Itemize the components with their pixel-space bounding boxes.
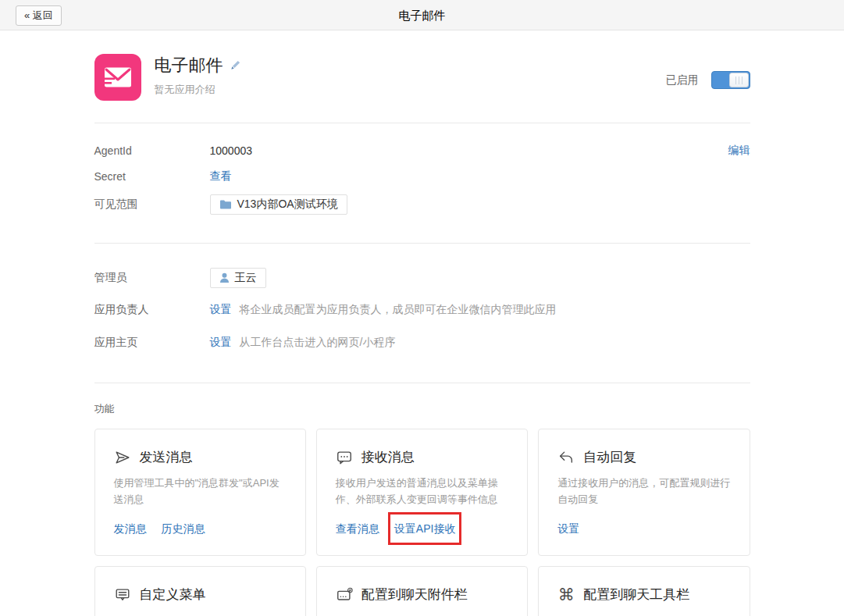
app-homepage-row: 应用主页 设置 从工作台点击进入的网页/小程序 — [94, 336, 750, 350]
history-message-link[interactable]: 历史消息 — [162, 522, 205, 536]
app-name: 电子邮件 — [155, 54, 223, 77]
app-owner-label: 应用负责人 — [94, 303, 210, 317]
feature-cards-row-1: 发送消息 使用管理工具中的"消息群发"或API发送消息 发消息 历史消息 — [94, 429, 750, 556]
card-title: 配置到聊天附件栏 — [361, 586, 468, 604]
app-header: 电子邮件 暂无应用介绍 已启用 — [94, 30, 750, 101]
receive-message-icon — [336, 449, 353, 466]
back-button[interactable]: « 返回 — [16, 5, 62, 26]
auto-reply-icon — [557, 449, 575, 466]
scope-tag-label: V13内部OA测试环境 — [237, 198, 338, 212]
view-message-link[interactable]: 查看消息 — [336, 522, 379, 536]
app-homepage-description: 从工作台点击进入的网页/小程序 — [240, 336, 396, 350]
agentid-value: 1000003 — [210, 144, 253, 157]
visible-scope-label: 可见范围 — [94, 198, 210, 212]
edit-link[interactable]: 编辑 — [728, 144, 750, 158]
card-description: 通过接收用户的消息，可配置规则进行自动回复 — [557, 475, 730, 507]
toggle-knob — [729, 73, 749, 87]
status-area: 已启用 — [666, 71, 750, 89]
enable-toggle[interactable] — [711, 71, 750, 89]
card-title: 自动回复 — [583, 448, 636, 466]
status-label: 已启用 — [666, 73, 699, 87]
app-logo-mail-icon — [94, 54, 141, 101]
card-chat-attachment-bar: 配置到聊天附件栏 — [316, 566, 528, 616]
app-owner-row: 应用负责人 设置 将企业成员配置为应用负责人，成员即可在企业微信内管理此应用 — [94, 303, 750, 317]
admin-tag[interactable]: 王云 — [210, 268, 266, 288]
admin-label: 管理员 — [94, 271, 210, 285]
person-icon — [219, 272, 230, 283]
send-message-link[interactable]: 发消息 — [114, 522, 147, 536]
divider — [94, 383, 750, 383]
chat-attachment-bar-icon — [336, 586, 353, 604]
custom-menu-icon — [114, 586, 131, 604]
secret-row: Secret 查看 — [94, 169, 750, 183]
agentid-label: AgentId — [94, 144, 210, 157]
card-auto-reply: 自动回复 通过接收用户的消息，可配置规则进行自动回复 设置 — [538, 429, 750, 556]
secret-view-link[interactable]: 查看 — [210, 169, 232, 183]
divider — [94, 243, 750, 244]
app-owner-set-link[interactable]: 设置 — [210, 303, 232, 317]
card-title: 配置到聊天工具栏 — [583, 586, 689, 604]
card-title: 接收消息 — [361, 448, 415, 466]
admin-row: 管理员 王云 — [94, 268, 750, 288]
card-description: 使用管理工具中的"消息群发"或API发送消息 — [114, 475, 287, 507]
card-send-message: 发送消息 使用管理工具中的"消息群发"或API发送消息 发消息 历史消息 — [94, 429, 306, 556]
card-description: 接收用户发送的普通消息以及菜单操作、外部联系人变更回调等事件信息 — [336, 475, 508, 507]
secret-label: Secret — [94, 170, 210, 183]
set-api-receive-link[interactable]: 设置API接收 — [394, 522, 456, 535]
features-section-label: 功能 — [94, 402, 750, 416]
top-bar: « 返回 电子邮件 — [0, 0, 844, 30]
edit-name-pencil-icon[interactable] — [230, 59, 241, 74]
auto-reply-set-link[interactable]: 设置 — [557, 522, 579, 536]
folder-icon — [219, 199, 232, 210]
card-chat-toolbar: ⌘ 配置到聊天工具栏 — [538, 566, 750, 616]
feature-cards-row-2: 自定义菜单 配置到聊天附件栏 — [94, 566, 750, 616]
scope-tag[interactable]: V13内部OA测试环境 — [210, 194, 347, 215]
api-receive-highlight-box: 设置API接收 — [394, 522, 456, 536]
agentid-row: AgentId 1000003 编辑 — [94, 144, 750, 158]
chat-toolbar-icon: ⌘ — [557, 586, 575, 604]
card-custom-menu: 自定义菜单 — [94, 566, 306, 616]
app-owner-description: 将企业成员配置为应用负责人，成员即可在企业微信内管理此应用 — [240, 303, 557, 317]
divider — [94, 123, 750, 123]
app-description: 暂无应用介绍 — [155, 83, 241, 97]
send-icon — [114, 449, 131, 466]
app-homepage-set-link[interactable]: 设置 — [210, 336, 232, 350]
app-meta: 电子邮件 暂无应用介绍 — [155, 54, 241, 97]
visible-scope-row: 可见范围 V13内部OA测试环境 — [94, 194, 750, 215]
app-homepage-label: 应用主页 — [94, 336, 210, 350]
card-title: 发送消息 — [140, 448, 193, 466]
admin-tag-label: 王云 — [235, 271, 257, 285]
main-content: 电子邮件 暂无应用介绍 已启用 AgentId 1000003 编辑 Secre… — [94, 30, 750, 616]
card-receive-message: 接收消息 接收用户发送的普通消息以及菜单操作、外部联系人变更回调等事件信息 查看… — [316, 429, 528, 556]
card-title: 自定义菜单 — [140, 586, 206, 604]
page-title: 电子邮件 — [0, 0, 844, 30]
